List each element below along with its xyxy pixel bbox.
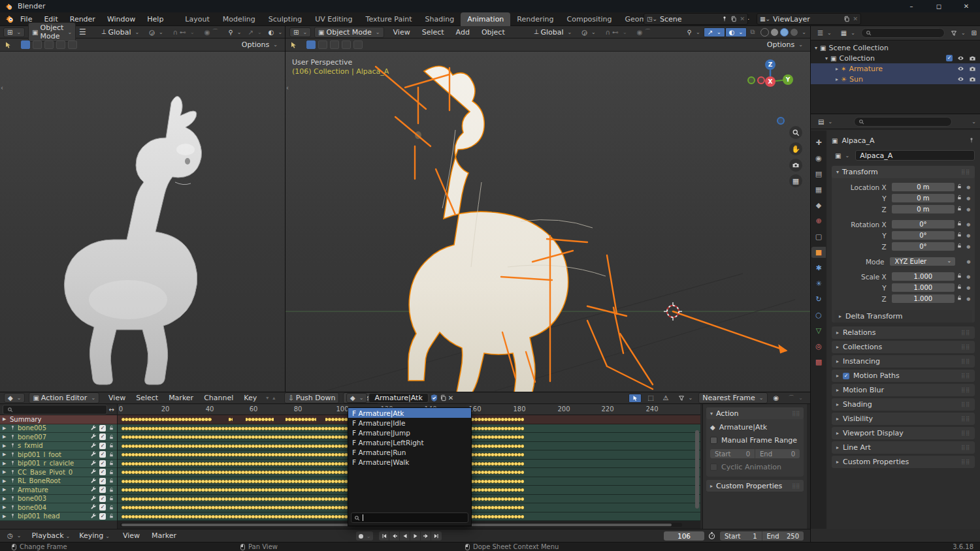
viewport-menu-item[interactable]: View: [387, 28, 416, 37]
end-field[interactable]: End0: [755, 449, 800, 458]
enable-checkbox[interactable]: ✓: [99, 451, 106, 458]
action-id-row[interactable]: ◆ Armature|Atk: [710, 423, 800, 432]
channel-row[interactable]: ▶ bip001_r_clavicle ✓: [0, 460, 117, 469]
sidebar-toggle-arrow[interactable]: ‹: [1, 84, 3, 91]
section-header[interactable]: ▸ Visibility ⣿⣿: [832, 413, 975, 425]
mode-dropdown[interactable]: ▣Object Mode⌄: [314, 27, 384, 38]
menu-item[interactable]: View: [117, 531, 146, 540]
end-frame-field[interactable]: End250: [762, 531, 804, 541]
field-value[interactable]: 1.000: [892, 294, 955, 303]
jump-to-end-button[interactable]: [431, 531, 442, 541]
lock-icon[interactable]: [955, 294, 964, 303]
snap-magnet-icon[interactable]: ∩⊷⌄: [602, 28, 630, 37]
animate-dot[interactable]: ●: [964, 196, 972, 201]
browse-object-icon[interactable]: ▣⌄: [832, 151, 853, 160]
properties-tab[interactable]: ◉: [811, 153, 826, 164]
enable-checkbox[interactable]: ✓: [99, 513, 106, 520]
filter-dropdown[interactable]: ⌄: [947, 29, 969, 37]
proportional-edit-icon[interactable]: ◉: [770, 394, 783, 402]
properties-tab[interactable]: ▩: [811, 356, 826, 368]
delta-transform-header[interactable]: ▸Delta Transform: [834, 310, 972, 323]
custom-properties-header[interactable]: ▸Custom Properties⣿⣿: [706, 480, 804, 492]
properties-tab[interactable]: ✳: [811, 278, 826, 289]
proportional-edit-icon[interactable]: ◉⌒: [201, 27, 222, 37]
expand-icon[interactable]: ▸: [836, 358, 839, 364]
overlays-toggle-icon[interactable]: ◐⌄: [725, 27, 747, 37]
minimize-button[interactable]: –: [898, 0, 925, 12]
proportional-edit-icon[interactable]: ◉⌒: [634, 27, 655, 37]
viewport-left-canvas[interactable]: ‹: [0, 52, 285, 392]
motion-blur-checkbox[interactable]: ✓: [843, 373, 849, 379]
gizmo-axis-neg-x[interactable]: [757, 76, 765, 84]
select-mode-extend[interactable]: [33, 40, 42, 49]
only-errors-toggle[interactable]: ⚠: [660, 394, 672, 402]
animate-dot[interactable]: ●: [964, 207, 972, 212]
properties-tab[interactable]: ▢: [811, 231, 826, 242]
gizmos-toggle-icon[interactable]: ↗⌄: [704, 27, 725, 37]
editor-type-button[interactable]: ⊞⌄: [3, 27, 25, 37]
workspace-tab[interactable]: Rendering: [510, 12, 560, 26]
expand-icon[interactable]: ▸: [836, 459, 839, 465]
workspace-tab[interactable]: Sculpting: [262, 12, 308, 26]
blender-menu-icon[interactable]: [5, 14, 14, 24]
action-dropdown-item[interactable]: F Armature|Walk: [348, 457, 471, 467]
gizmo-axis-x[interactable]: X: [765, 76, 776, 87]
new-collection-icon[interactable]: ⊞: [972, 29, 977, 37]
channel-row[interactable]: ▶ s_fxmid ✓: [0, 442, 117, 451]
menu-dropdown[interactable]: Keying⌄: [74, 531, 114, 540]
perspective-toggle-button[interactable]: ▦: [789, 174, 802, 187]
channel-row[interactable]: ▶ Summary ✓: [0, 415, 117, 424]
action-dropdown-item[interactable]: F Armature|Idle: [348, 418, 471, 428]
channel-name[interactable]: RL_BoneRoot: [18, 477, 88, 484]
play-button[interactable]: [410, 531, 421, 541]
expand-icon[interactable]: ▶: [3, 487, 8, 492]
pin-icon[interactable]: [10, 513, 16, 519]
expand-icon[interactable]: ▸: [836, 66, 838, 72]
expand-icon[interactable]: ▸: [836, 344, 839, 350]
expand-icon[interactable]: ▸: [836, 76, 838, 82]
menu-item[interactable]: Marker: [146, 531, 182, 540]
outliner-row[interactable]: ▸ ✶ Armature: [811, 63, 980, 74]
viewport-menu-item[interactable]: Select: [416, 28, 450, 37]
properties-tab[interactable]: ✚: [811, 137, 826, 148]
expand-icon[interactable]: ▶: [3, 443, 8, 449]
channel-name[interactable]: s_fxmid: [18, 442, 88, 449]
channel-row[interactable]: ▶ bip001_l_foot ✓: [0, 450, 117, 460]
workspace-tab[interactable]: Modeling: [216, 12, 262, 26]
select-mode-intersect[interactable]: [353, 40, 363, 49]
section-header[interactable]: ▸ Relations ⣿⣿: [832, 326, 975, 339]
scene-name[interactable]: Scene: [660, 15, 719, 24]
channel-row[interactable]: ▶ bone003 ✓: [0, 495, 117, 504]
channel-name[interactable]: bip001_l_foot: [18, 451, 88, 458]
lock-icon[interactable]: [955, 183, 964, 191]
modifier-wrench-icon[interactable]: [90, 513, 97, 520]
menu-item[interactable]: Select: [131, 394, 163, 402]
properties-tab[interactable]: ○: [811, 309, 826, 321]
channel-name[interactable]: bip001_r_clavicle: [18, 460, 88, 467]
workspace-tab[interactable]: Layout: [178, 12, 216, 26]
xray-toggle-icon[interactable]: ⧉: [747, 27, 758, 37]
section-header[interactable]: ▸ Instancing ⣿⣿: [832, 355, 975, 368]
expand-icon[interactable]: ▶: [3, 514, 8, 519]
pin-icon[interactable]: [10, 487, 16, 493]
animate-dot[interactable]: ●: [964, 244, 972, 249]
viewport-menu-item[interactable]: Add: [450, 28, 476, 37]
pin-icon[interactable]: [721, 16, 728, 22]
expand-icon[interactable]: ▶: [3, 417, 8, 422]
remove-viewlayer-icon[interactable]: ✕: [853, 16, 858, 22]
select-mode-invert[interactable]: [342, 40, 351, 49]
action-dropdown-item[interactable]: F Armature|LeftRight: [348, 437, 471, 447]
pin-icon[interactable]: [10, 460, 16, 466]
outliner-row[interactable]: ▾ ▣ Collection ✓: [811, 53, 980, 63]
lock-icon[interactable]: [108, 513, 114, 519]
expand-collapse-icon[interactable]: ↔: [109, 406, 114, 413]
lock-icon[interactable]: [955, 272, 964, 281]
new-action-icon[interactable]: [440, 394, 447, 401]
channel-name[interactable]: bone004: [18, 504, 88, 511]
action-dropdown-item[interactable]: F Armature|Atk: [348, 408, 471, 418]
camera-view-button[interactable]: [789, 159, 802, 172]
field-value[interactable]: 0 m: [892, 205, 955, 213]
channel-search-input[interactable]: [3, 405, 107, 415]
hide-eye-icon[interactable]: [957, 55, 964, 62]
shading-solid-icon[interactable]: [770, 28, 779, 37]
